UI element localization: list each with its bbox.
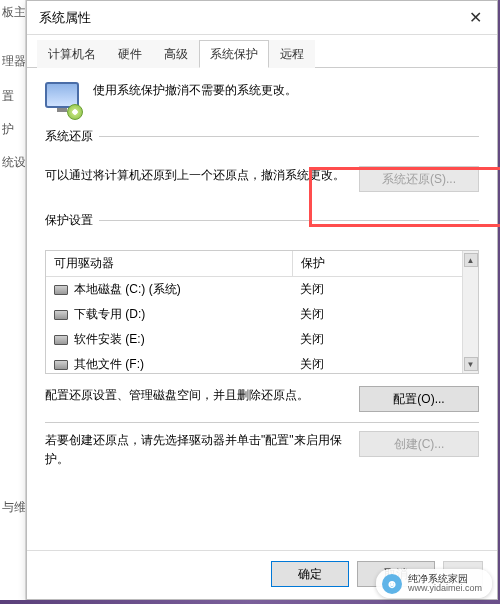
background-panel-left: 板主 理器 置 护 统设 与维: [0, 0, 26, 604]
system-protection-icon: [45, 82, 81, 118]
tab-bar: 计算机名 硬件 高级 系统保护 远程: [27, 35, 497, 68]
dialog-title: 系统属性: [39, 9, 91, 27]
desktop-strip: [0, 600, 500, 604]
tab-computer-name[interactable]: 计算机名: [37, 40, 107, 68]
create-description: 若要创建还原点，请先选择驱动器并单击"配置"来启用保护。: [45, 431, 345, 469]
watermark-logo-icon: ☻: [382, 574, 402, 594]
configure-description: 配置还原设置、管理磁盘空间，并且删除还原点。: [45, 386, 345, 405]
drive-icon: [54, 360, 68, 370]
drive-icon: [54, 310, 68, 320]
watermark: ☻ 纯净系统家园 www.yidaimei.com: [376, 569, 492, 598]
column-header-protection[interactable]: 保护: [293, 251, 462, 276]
system-restore-button[interactable]: 系统还原(S)...: [359, 166, 479, 192]
tab-remote[interactable]: 远程: [269, 40, 315, 68]
restore-description: 可以通过将计算机还原到上一个还原点，撤消系统更改。: [45, 166, 345, 185]
scroll-down-icon[interactable]: ▼: [464, 357, 478, 371]
section-label-restore: 系统还原: [45, 128, 99, 145]
table-row[interactable]: 本地磁盘 (C:) (系统) 关闭: [46, 277, 462, 302]
configure-button[interactable]: 配置(O)...: [359, 386, 479, 412]
create-button[interactable]: 创建(C)...: [359, 431, 479, 457]
drive-icon: [54, 335, 68, 345]
tab-hardware[interactable]: 硬件: [107, 40, 153, 68]
intro-text: 使用系统保护撤消不需要的系统更改。: [93, 82, 297, 99]
ok-button[interactable]: 确定: [271, 561, 349, 587]
titlebar: 系统属性 ✕: [27, 1, 497, 35]
tab-system-protection[interactable]: 系统保护: [199, 40, 269, 68]
close-icon: ✕: [469, 8, 482, 27]
column-header-drive[interactable]: 可用驱动器: [46, 251, 293, 276]
intro-row: 使用系统保护撤消不需要的系统更改。: [45, 82, 479, 118]
system-properties-dialog: 系统属性 ✕ 计算机名 硬件 高级 系统保护 远程 使用系统保护撤消不需要的系统…: [26, 0, 498, 600]
section-label-protection: 保护设置: [45, 212, 99, 229]
table-row[interactable]: 其他文件 (F:) 关闭: [46, 352, 462, 373]
tab-advanced[interactable]: 高级: [153, 40, 199, 68]
table-row[interactable]: 下载专用 (D:) 关闭: [46, 302, 462, 327]
drive-table: 可用驱动器 保护 本地磁盘 (C:) (系统) 关闭 下载专用 (D:) 关闭 …: [45, 250, 479, 374]
watermark-url: www.yidaimei.com: [408, 584, 482, 594]
scroll-up-icon[interactable]: ▲: [464, 253, 478, 267]
close-button[interactable]: ✕: [459, 6, 491, 30]
table-row[interactable]: 软件安装 (E:) 关闭: [46, 327, 462, 352]
drive-table-scrollbar[interactable]: ▲ ▼: [462, 251, 478, 373]
tab-content: 使用系统保护撤消不需要的系统更改。 系统还原 可以通过将计算机还原到上一个还原点…: [27, 68, 497, 550]
drive-icon: [54, 285, 68, 295]
